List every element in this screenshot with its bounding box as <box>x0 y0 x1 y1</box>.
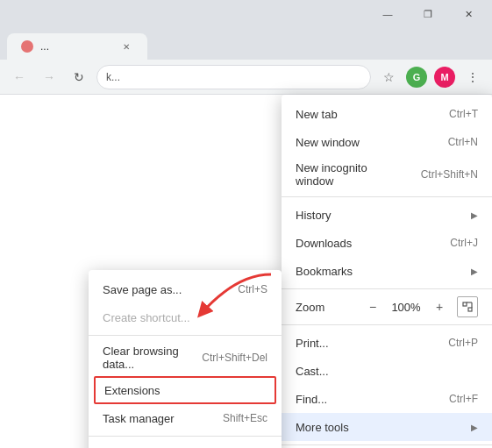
menu-new-tab-label: New tab <box>296 108 435 121</box>
separator-1 <box>282 196 492 197</box>
submenu-task-manager[interactable]: Task manager Shift+Esc <box>89 404 282 432</box>
avatar-m: M <box>434 67 455 88</box>
separator-4 <box>282 444 492 445</box>
reload-button[interactable]: ↻ <box>67 65 91 89</box>
submenu-task-manager-label: Task manager <box>103 412 216 425</box>
zoom-fullscreen-button[interactable] <box>457 296 478 317</box>
menu-print-shortcut: Ctrl+P <box>448 337 478 349</box>
zoom-value: 100% <box>390 301 422 314</box>
submenu-clear-browsing-label: Clear browsing data... <box>103 345 195 371</box>
separator-2 <box>282 288 492 289</box>
menu-cast-label: Cast... <box>296 365 478 378</box>
tab-title: ... <box>40 40 112 53</box>
menu-downloads[interactable]: Downloads Ctrl+J <box>282 229 492 257</box>
menu-find-label: Find... <box>296 393 435 406</box>
menu-find-shortcut: Ctrl+F <box>449 393 478 405</box>
menu-bookmarks-arrow: ▶ <box>471 267 478 276</box>
context-menu: New tab Ctrl+T New window Ctrl+N New inc… <box>282 95 492 448</box>
menu-zoom-row: Zoom − 100% + <box>282 293 492 321</box>
menu-new-tab[interactable]: New tab Ctrl+T <box>282 100 492 128</box>
tab-close-button[interactable]: ✕ <box>119 39 133 53</box>
forward-button[interactable]: → <box>37 65 61 89</box>
star-icon[interactable]: ☆ <box>376 65 401 89</box>
avatar-m-icon[interactable]: M <box>432 65 457 89</box>
menu-find[interactable]: Find... Ctrl+F <box>282 385 492 413</box>
submenu-extensions-label: Extensions <box>104 384 266 397</box>
menu-history[interactable]: History ▶ <box>282 201 492 229</box>
menu-downloads-shortcut: Ctrl+J <box>450 237 478 249</box>
page-content: New tab Ctrl+T New window Ctrl+N New inc… <box>0 95 492 448</box>
avatar-g-icon[interactable]: G <box>404 65 429 89</box>
submenu-clear-browsing-shortcut: Ctrl+Shift+Del <box>202 352 267 364</box>
submenu-task-manager-shortcut: Shift+Esc <box>223 412 267 424</box>
menu-cast[interactable]: Cast... <box>282 357 492 385</box>
maximize-button[interactable]: ❐ <box>408 0 448 28</box>
menu-print[interactable]: Print... Ctrl+P <box>282 329 492 357</box>
back-button[interactable]: ← <box>7 65 32 89</box>
menu-new-tab-shortcut: Ctrl+T <box>449 108 478 120</box>
menu-incognito-shortcut: Ctrl+Shift+N <box>421 168 478 181</box>
url-text: k... <box>106 71 361 83</box>
svg-rect-0 <box>463 302 467 306</box>
toolbar-icons: ☆ G M ⋮ <box>376 65 485 89</box>
zoom-minus-button[interactable]: − <box>362 296 383 317</box>
arrow-indicator <box>183 266 280 347</box>
svg-rect-1 <box>468 308 472 311</box>
title-bar: — ❐ ✕ <box>0 0 492 28</box>
address-bar: ← → ↻ k... ☆ G M ⋮ <box>0 60 492 95</box>
submenu-extensions[interactable]: Extensions <box>94 376 276 404</box>
separator-3 <box>282 324 492 325</box>
menu-downloads-label: Downloads <box>296 237 436 250</box>
menu-bookmarks-label: Bookmarks <box>296 265 464 278</box>
menu-history-label: History <box>296 209 464 222</box>
minimize-button[interactable]: — <box>367 0 408 28</box>
active-tab[interactable]: ... ✕ <box>7 33 147 60</box>
submenu-separator-2 <box>89 436 282 437</box>
menu-more-tools[interactable]: More tools ▶ <box>282 413 492 441</box>
submenu-dev-tools[interactable]: Developer tools Ctrl+Shift+I <box>89 440 282 448</box>
menu-new-window-shortcut: Ctrl+N <box>448 136 478 148</box>
menu-new-window[interactable]: New window Ctrl+N <box>282 128 492 156</box>
menu-print-label: Print... <box>296 337 434 350</box>
menu-more-tools-arrow: ▶ <box>471 423 478 432</box>
menu-history-arrow: ▶ <box>471 210 478 220</box>
menu-more-tools-label: More tools <box>296 421 464 434</box>
more-options-button[interactable]: ⋮ <box>460 65 485 89</box>
zoom-label: Zoom <box>296 301 355 314</box>
avatar-g: G <box>406 67 427 88</box>
menu-new-window-label: New window <box>296 136 434 149</box>
browser-window: — ❐ ✕ ... ✕ ← → ↻ k... ☆ G M ⋮ <box>0 0 492 448</box>
tab-favicon <box>21 40 33 53</box>
zoom-plus-button[interactable]: + <box>429 296 450 317</box>
close-button[interactable]: ✕ <box>448 0 488 28</box>
tab-bar: ... ✕ <box>0 28 492 60</box>
url-bar[interactable]: k... <box>96 65 371 89</box>
menu-incognito[interactable]: New incognito window Ctrl+Shift+N <box>282 156 492 193</box>
menu-bookmarks[interactable]: Bookmarks ▶ <box>282 257 492 285</box>
menu-incognito-label: New incognito window <box>296 161 407 188</box>
